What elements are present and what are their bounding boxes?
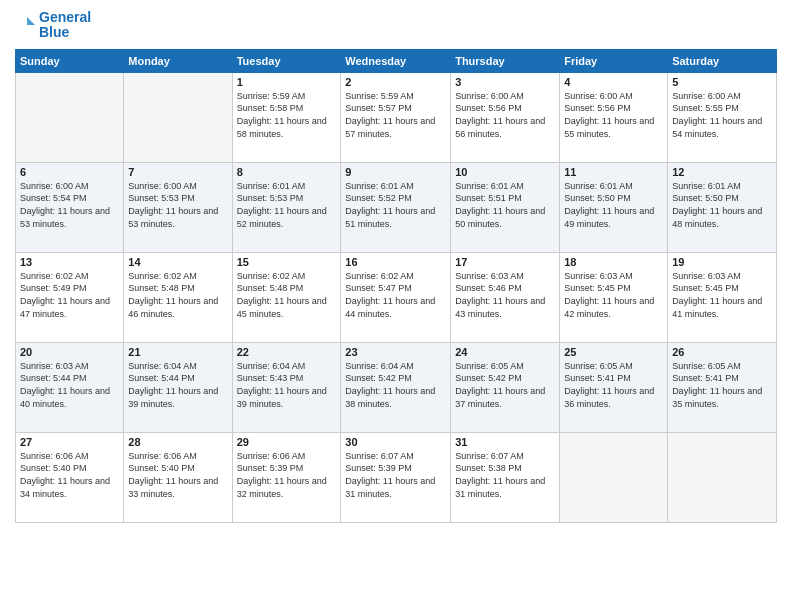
day-number: 9 xyxy=(345,166,446,178)
day-number: 23 xyxy=(345,346,446,358)
calendar-day-cell: 23Sunrise: 6:04 AM Sunset: 5:42 PM Dayli… xyxy=(341,342,451,432)
weekday-header-saturday: Saturday xyxy=(668,49,777,72)
day-number: 16 xyxy=(345,256,446,268)
calendar-day-cell: 14Sunrise: 6:02 AM Sunset: 5:48 PM Dayli… xyxy=(124,252,232,342)
day-info: Sunrise: 6:00 AM Sunset: 5:53 PM Dayligh… xyxy=(128,180,227,230)
day-info: Sunrise: 6:06 AM Sunset: 5:40 PM Dayligh… xyxy=(20,450,119,500)
calendar-day-cell: 3Sunrise: 6:00 AM Sunset: 5:56 PM Daylig… xyxy=(451,72,560,162)
day-number: 5 xyxy=(672,76,772,88)
weekday-header-sunday: Sunday xyxy=(16,49,124,72)
day-info: Sunrise: 6:00 AM Sunset: 5:56 PM Dayligh… xyxy=(564,90,663,140)
calendar-day-cell: 28Sunrise: 6:06 AM Sunset: 5:40 PM Dayli… xyxy=(124,432,232,522)
day-info: Sunrise: 5:59 AM Sunset: 5:58 PM Dayligh… xyxy=(237,90,337,140)
day-info: Sunrise: 6:07 AM Sunset: 5:38 PM Dayligh… xyxy=(455,450,555,500)
calendar-day-cell: 10Sunrise: 6:01 AM Sunset: 5:51 PM Dayli… xyxy=(451,162,560,252)
calendar-day-cell: 31Sunrise: 6:07 AM Sunset: 5:38 PM Dayli… xyxy=(451,432,560,522)
day-number: 20 xyxy=(20,346,119,358)
calendar-day-cell: 27Sunrise: 6:06 AM Sunset: 5:40 PM Dayli… xyxy=(16,432,124,522)
day-info: Sunrise: 6:02 AM Sunset: 5:48 PM Dayligh… xyxy=(237,270,337,320)
logo: General Blue xyxy=(15,10,91,41)
day-number: 26 xyxy=(672,346,772,358)
calendar-day-cell: 5Sunrise: 6:00 AM Sunset: 5:55 PM Daylig… xyxy=(668,72,777,162)
day-number: 7 xyxy=(128,166,227,178)
day-info: Sunrise: 6:01 AM Sunset: 5:50 PM Dayligh… xyxy=(564,180,663,230)
day-number: 18 xyxy=(564,256,663,268)
weekday-header-thursday: Thursday xyxy=(451,49,560,72)
calendar-day-cell: 17Sunrise: 6:03 AM Sunset: 5:46 PM Dayli… xyxy=(451,252,560,342)
calendar-day-cell: 1Sunrise: 5:59 AM Sunset: 5:58 PM Daylig… xyxy=(232,72,341,162)
calendar-day-cell: 24Sunrise: 6:05 AM Sunset: 5:42 PM Dayli… xyxy=(451,342,560,432)
calendar-day-cell: 20Sunrise: 6:03 AM Sunset: 5:44 PM Dayli… xyxy=(16,342,124,432)
svg-rect-1 xyxy=(15,11,27,39)
weekday-header-friday: Friday xyxy=(560,49,668,72)
day-info: Sunrise: 6:04 AM Sunset: 5:43 PM Dayligh… xyxy=(237,360,337,410)
day-info: Sunrise: 6:00 AM Sunset: 5:56 PM Dayligh… xyxy=(455,90,555,140)
calendar-day-cell xyxy=(124,72,232,162)
calendar-day-cell: 22Sunrise: 6:04 AM Sunset: 5:43 PM Dayli… xyxy=(232,342,341,432)
day-info: Sunrise: 6:03 AM Sunset: 5:44 PM Dayligh… xyxy=(20,360,119,410)
day-number: 2 xyxy=(345,76,446,88)
calendar-day-cell: 8Sunrise: 6:01 AM Sunset: 5:53 PM Daylig… xyxy=(232,162,341,252)
calendar-week-row: 20Sunrise: 6:03 AM Sunset: 5:44 PM Dayli… xyxy=(16,342,777,432)
day-info: Sunrise: 6:00 AM Sunset: 5:55 PM Dayligh… xyxy=(672,90,772,140)
day-number: 6 xyxy=(20,166,119,178)
day-info: Sunrise: 6:07 AM Sunset: 5:39 PM Dayligh… xyxy=(345,450,446,500)
calendar-day-cell: 21Sunrise: 6:04 AM Sunset: 5:44 PM Dayli… xyxy=(124,342,232,432)
logo-bird-icon xyxy=(15,11,37,39)
weekday-header-tuesday: Tuesday xyxy=(232,49,341,72)
day-info: Sunrise: 5:59 AM Sunset: 5:57 PM Dayligh… xyxy=(345,90,446,140)
day-info: Sunrise: 6:05 AM Sunset: 5:41 PM Dayligh… xyxy=(672,360,772,410)
day-number: 21 xyxy=(128,346,227,358)
day-info: Sunrise: 6:01 AM Sunset: 5:50 PM Dayligh… xyxy=(672,180,772,230)
logo-blue: Blue xyxy=(39,25,91,40)
calendar-table: SundayMondayTuesdayWednesdayThursdayFrid… xyxy=(15,49,777,523)
day-number: 1 xyxy=(237,76,337,88)
calendar-day-cell: 9Sunrise: 6:01 AM Sunset: 5:52 PM Daylig… xyxy=(341,162,451,252)
calendar-day-cell: 19Sunrise: 6:03 AM Sunset: 5:45 PM Dayli… xyxy=(668,252,777,342)
day-info: Sunrise: 6:03 AM Sunset: 5:46 PM Dayligh… xyxy=(455,270,555,320)
day-number: 10 xyxy=(455,166,555,178)
day-info: Sunrise: 6:01 AM Sunset: 5:53 PM Dayligh… xyxy=(237,180,337,230)
weekday-header-row: SundayMondayTuesdayWednesdayThursdayFrid… xyxy=(16,49,777,72)
day-info: Sunrise: 6:02 AM Sunset: 5:47 PM Dayligh… xyxy=(345,270,446,320)
calendar-day-cell: 15Sunrise: 6:02 AM Sunset: 5:48 PM Dayli… xyxy=(232,252,341,342)
day-info: Sunrise: 6:02 AM Sunset: 5:49 PM Dayligh… xyxy=(20,270,119,320)
day-info: Sunrise: 6:04 AM Sunset: 5:42 PM Dayligh… xyxy=(345,360,446,410)
day-info: Sunrise: 6:05 AM Sunset: 5:42 PM Dayligh… xyxy=(455,360,555,410)
day-info: Sunrise: 6:06 AM Sunset: 5:39 PM Dayligh… xyxy=(237,450,337,500)
calendar-day-cell: 2Sunrise: 5:59 AM Sunset: 5:57 PM Daylig… xyxy=(341,72,451,162)
day-number: 17 xyxy=(455,256,555,268)
day-number: 25 xyxy=(564,346,663,358)
day-info: Sunrise: 6:05 AM Sunset: 5:41 PM Dayligh… xyxy=(564,360,663,410)
day-number: 24 xyxy=(455,346,555,358)
calendar-day-cell: 11Sunrise: 6:01 AM Sunset: 5:50 PM Dayli… xyxy=(560,162,668,252)
calendar-day-cell: 6Sunrise: 6:00 AM Sunset: 5:54 PM Daylig… xyxy=(16,162,124,252)
day-number: 14 xyxy=(128,256,227,268)
calendar-day-cell: 12Sunrise: 6:01 AM Sunset: 5:50 PM Dayli… xyxy=(668,162,777,252)
day-number: 27 xyxy=(20,436,119,448)
calendar-day-cell: 13Sunrise: 6:02 AM Sunset: 5:49 PM Dayli… xyxy=(16,252,124,342)
page: General Blue SundayMondayTuesdayWednesda… xyxy=(0,0,792,612)
calendar-day-cell: 30Sunrise: 6:07 AM Sunset: 5:39 PM Dayli… xyxy=(341,432,451,522)
day-number: 28 xyxy=(128,436,227,448)
day-number: 11 xyxy=(564,166,663,178)
day-info: Sunrise: 6:04 AM Sunset: 5:44 PM Dayligh… xyxy=(128,360,227,410)
calendar-day-cell: 16Sunrise: 6:02 AM Sunset: 5:47 PM Dayli… xyxy=(341,252,451,342)
header: General Blue xyxy=(15,10,777,41)
logo-general: General xyxy=(39,10,91,25)
day-number: 29 xyxy=(237,436,337,448)
calendar-day-cell: 18Sunrise: 6:03 AM Sunset: 5:45 PM Dayli… xyxy=(560,252,668,342)
day-info: Sunrise: 6:02 AM Sunset: 5:48 PM Dayligh… xyxy=(128,270,227,320)
day-info: Sunrise: 6:01 AM Sunset: 5:52 PM Dayligh… xyxy=(345,180,446,230)
calendar-week-row: 27Sunrise: 6:06 AM Sunset: 5:40 PM Dayli… xyxy=(16,432,777,522)
day-number: 13 xyxy=(20,256,119,268)
calendar-day-cell: 29Sunrise: 6:06 AM Sunset: 5:39 PM Dayli… xyxy=(232,432,341,522)
calendar-week-row: 13Sunrise: 6:02 AM Sunset: 5:49 PM Dayli… xyxy=(16,252,777,342)
day-number: 3 xyxy=(455,76,555,88)
day-number: 4 xyxy=(564,76,663,88)
calendar-day-cell: 4Sunrise: 6:00 AM Sunset: 5:56 PM Daylig… xyxy=(560,72,668,162)
calendar-day-cell: 25Sunrise: 6:05 AM Sunset: 5:41 PM Dayli… xyxy=(560,342,668,432)
calendar-day-cell xyxy=(16,72,124,162)
calendar-week-row: 1Sunrise: 5:59 AM Sunset: 5:58 PM Daylig… xyxy=(16,72,777,162)
weekday-header-monday: Monday xyxy=(124,49,232,72)
